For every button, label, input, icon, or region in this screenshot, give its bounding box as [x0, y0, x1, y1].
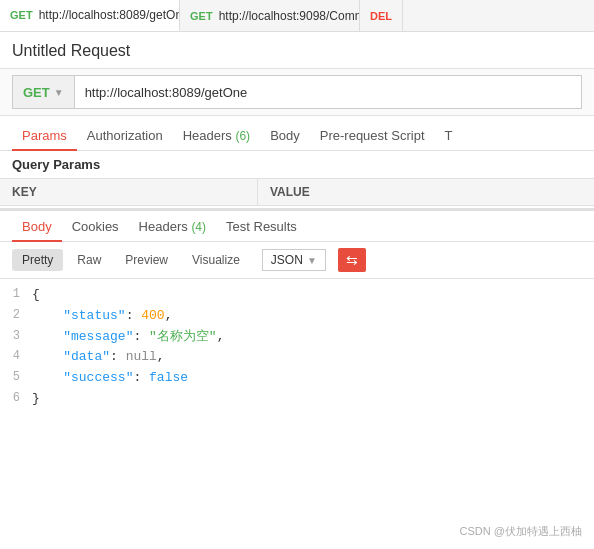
- value-column-header: VALUE: [257, 179, 594, 206]
- method-select[interactable]: GET ▼: [12, 75, 75, 109]
- format-chevron-icon: ▼: [307, 255, 317, 266]
- tab-headers-label: Headers: [183, 128, 232, 143]
- format-type-label: JSON: [271, 253, 303, 267]
- code-text-6: }: [32, 389, 594, 410]
- watermark: CSDN @伏加特遇上西柚: [460, 524, 582, 539]
- method-label: GET: [23, 85, 50, 100]
- tab-body-label: Body: [270, 128, 300, 143]
- params-table: KEY VALUE: [0, 178, 594, 206]
- tab-params-label: Params: [22, 128, 67, 143]
- format-tab-raw[interactable]: Raw: [67, 249, 111, 271]
- tab-2-url: http://localhost:9098/Comment...: [219, 9, 360, 23]
- tab-tests[interactable]: T: [435, 120, 463, 151]
- resp-tab-body-label: Body: [22, 219, 52, 234]
- tab-bar: GET http://localhost:8089/getOne GET htt…: [0, 0, 594, 32]
- tab-3[interactable]: DEL: [360, 0, 403, 31]
- resp-tab-test-results[interactable]: Test Results: [216, 211, 307, 242]
- tab-2[interactable]: GET http://localhost:9098/Comment...: [180, 0, 360, 31]
- json-code-block: 1 { 2 "status": 400, 3 "message": "名称为空"…: [0, 279, 594, 416]
- tab-3-method: DEL: [370, 10, 392, 22]
- code-line-2: 2 "status": 400,: [0, 306, 594, 327]
- response-section: Body Cookies Headers (4) Test Results Pr…: [0, 208, 594, 416]
- wrap-icon: ⇆: [346, 252, 358, 268]
- format-tab-preview[interactable]: Preview: [115, 249, 178, 271]
- format-tab-pretty[interactable]: Pretty: [12, 249, 63, 271]
- resp-tab-headers-label: Headers: [139, 219, 188, 234]
- tab-1-url: http://localhost:8089/getOne: [39, 8, 180, 22]
- format-type-select[interactable]: JSON ▼: [262, 249, 326, 271]
- tab-authorization-label: Authorization: [87, 128, 163, 143]
- resp-tab-test-results-label: Test Results: [226, 219, 297, 234]
- url-input[interactable]: [75, 75, 582, 109]
- key-column-header: KEY: [0, 179, 257, 206]
- page-title: Untitled Request: [0, 32, 594, 68]
- line-num-5: 5: [8, 368, 32, 387]
- url-bar: GET ▼: [0, 68, 594, 116]
- tab-headers[interactable]: Headers (6): [173, 120, 260, 151]
- tab-2-method: GET: [190, 10, 213, 22]
- headers-badge: (6): [235, 129, 250, 143]
- tab-pre-request-label: Pre-request Script: [320, 128, 425, 143]
- code-line-1: 1 {: [0, 285, 594, 306]
- code-line-3: 3 "message": "名称为空",: [0, 327, 594, 348]
- tab-pre-request[interactable]: Pre-request Script: [310, 120, 435, 151]
- tab-tests-label: T: [445, 128, 453, 143]
- response-tabs: Body Cookies Headers (4) Test Results: [0, 211, 594, 242]
- tab-1-method: GET: [10, 9, 33, 21]
- code-line-4: 4 "data": null,: [0, 347, 594, 368]
- code-text-5: "success": false: [32, 368, 594, 389]
- code-text-4: "data": null,: [32, 347, 594, 368]
- resp-headers-badge: (4): [191, 220, 206, 234]
- chevron-down-icon: ▼: [54, 87, 64, 98]
- tab-body[interactable]: Body: [260, 120, 310, 151]
- code-text-2: "status": 400,: [32, 306, 594, 327]
- tab-authorization[interactable]: Authorization: [77, 120, 173, 151]
- tab-params[interactable]: Params: [12, 120, 77, 151]
- resp-tab-body[interactable]: Body: [12, 211, 62, 242]
- line-num-2: 2: [8, 306, 32, 325]
- format-bar: Pretty Raw Preview Visualize JSON ▼ ⇆: [0, 242, 594, 279]
- code-text-1: {: [32, 285, 594, 306]
- line-num-1: 1: [8, 285, 32, 304]
- code-line-5: 5 "success": false: [0, 368, 594, 389]
- request-tabs: Params Authorization Headers (6) Body Pr…: [0, 120, 594, 151]
- wrap-button[interactable]: ⇆: [338, 248, 366, 272]
- resp-tab-cookies-label: Cookies: [72, 219, 119, 234]
- query-params-label: Query Params: [0, 151, 594, 178]
- code-text-3: "message": "名称为空",: [32, 327, 594, 348]
- resp-tab-headers[interactable]: Headers (4): [129, 211, 216, 242]
- line-num-6: 6: [8, 389, 32, 408]
- line-num-3: 3: [8, 327, 32, 346]
- line-num-4: 4: [8, 347, 32, 366]
- resp-tab-cookies[interactable]: Cookies: [62, 211, 129, 242]
- format-tab-visualize[interactable]: Visualize: [182, 249, 250, 271]
- code-line-6: 6 }: [0, 389, 594, 410]
- tab-1[interactable]: GET http://localhost:8089/getOne: [0, 0, 180, 31]
